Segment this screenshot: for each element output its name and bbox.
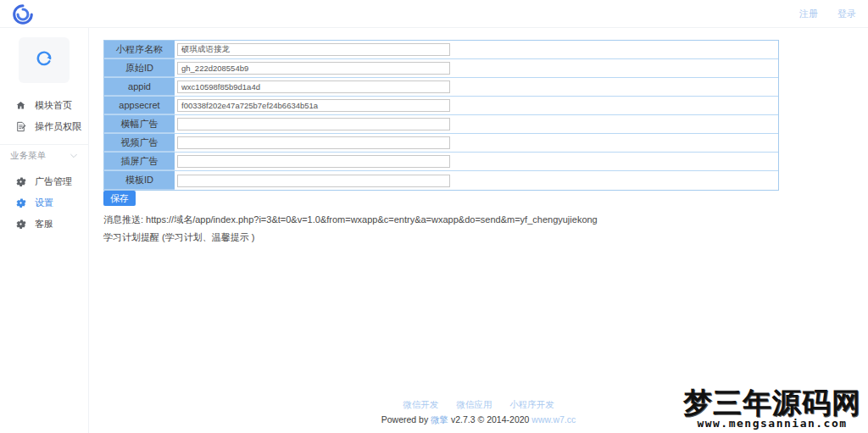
form-row-cell: [175, 115, 778, 133]
form-row-cell: [175, 153, 778, 170]
form-row-cell: [175, 78, 778, 96]
module-logo: [19, 37, 70, 83]
gear-icon: [15, 197, 26, 208]
form-row: 小程序名称: [104, 41, 778, 59]
form-row: 模板ID: [104, 171, 778, 190]
form-row: 插屏广告: [104, 153, 778, 171]
message-push-url: 消息推送: https://域名/app/index.php?i=3&t=0&v…: [103, 214, 598, 226]
form-row: 横幅广告: [104, 115, 778, 134]
watermark-title: 梦三年源码网: [683, 388, 861, 417]
top-right-links: 注册 登录: [782, 8, 856, 20]
form-input-0[interactable]: [177, 43, 450, 56]
form-row-label: 模板ID: [104, 171, 175, 190]
footer-link-wechat-app[interactable]: 微信应用: [456, 399, 492, 409]
sidebar-item-label: 广告管理: [35, 175, 72, 188]
register-link[interactable]: 注册: [799, 8, 818, 19]
form-input-6[interactable]: [177, 155, 450, 168]
refresh-icon: [34, 48, 54, 72]
form-row-cell: [175, 134, 778, 152]
sidebar-item-label: 模块首页: [35, 99, 72, 112]
sidebar-item-label: 操作员权限: [35, 120, 81, 133]
watermark: 梦三年源码网 www.mengsannian.com: [683, 388, 861, 430]
form-row-cell: [175, 97, 778, 114]
save-button[interactable]: 保存: [103, 191, 136, 206]
settings-form-table: 小程序名称原始IDappidappsecret横幅广告视频广告插屏广告模板ID: [103, 40, 779, 191]
form-row-label: appid: [104, 78, 175, 96]
form-row-label: appsecret: [104, 97, 175, 114]
top-bar: 注册 登录: [0, 0, 868, 28]
form-input-2[interactable]: [177, 80, 450, 93]
sidebar-item-label: 设置: [35, 197, 53, 209]
form-input-1[interactable]: [177, 62, 450, 75]
footer-link-wechat-dev[interactable]: 微信开发: [403, 399, 438, 409]
form-row-cell: [175, 59, 778, 77]
form-row-label: 插屏广告: [104, 153, 175, 170]
sidebar-menu: 模块首页操作员权限业务菜单广告管理设置客服: [0, 95, 88, 235]
form-row: appid: [104, 78, 778, 97]
form-row-cell: [175, 171, 778, 190]
sidebar-item-label: 客服: [35, 218, 53, 230]
sidebar-item-ad-management[interactable]: 广告管理: [0, 171, 88, 192]
form-input-7[interactable]: [177, 175, 450, 187]
form-row-cell: [175, 41, 778, 58]
watermark-url: www.mengsannian.com: [683, 417, 861, 430]
login-link[interactable]: 登录: [837, 8, 856, 19]
form-row-label: 原始ID: [104, 59, 175, 77]
form-row-label: 横幅广告: [104, 115, 175, 133]
section-label: 业务菜单: [10, 150, 46, 162]
form-input-5[interactable]: [177, 136, 450, 149]
form-input-4[interactable]: [177, 118, 450, 130]
home-icon: [15, 100, 26, 111]
form-input-3[interactable]: [177, 99, 450, 112]
sidebar-item-settings[interactable]: 设置: [0, 192, 88, 214]
document-icon: [15, 121, 26, 132]
form-row: 原始ID: [104, 59, 778, 78]
w7cc-link[interactable]: www.w7.cc: [531, 414, 576, 425]
version-text: v2.7.3 © 2014-2020: [451, 414, 529, 425]
weengine-brand-link[interactable]: 微擎: [431, 414, 448, 425]
sidebar-item-operator-permissions[interactable]: 操作员权限: [0, 116, 88, 137]
form-row: 视频广告: [104, 134, 778, 153]
powered-prefix: Powered by: [381, 414, 428, 425]
sidebar-section-business-menu[interactable]: 业务菜单: [0, 144, 88, 166]
sidebar: 模块首页操作员权限业务菜单广告管理设置客服: [0, 28, 89, 433]
sidebar-item-home[interactable]: 模块首页: [0, 95, 88, 116]
main-content: 小程序名称原始IDappidappsecret横幅广告视频广告插屏广告模板ID …: [89, 28, 868, 433]
gear-icon: [15, 176, 26, 187]
chevron-down-icon: [70, 152, 78, 160]
form-row-label: 视频广告: [104, 134, 175, 152]
form-row-label: 小程序名称: [104, 41, 175, 58]
sidebar-item-customer-service[interactable]: 客服: [0, 214, 88, 235]
study-plan-reminder: 学习计划提醒 (学习计划、温馨提示 ): [103, 231, 254, 244]
form-row: appsecret: [104, 97, 778, 115]
gear-icon: [15, 219, 26, 230]
footer-link-miniprogram-dev[interactable]: 小程序开发: [509, 399, 554, 409]
weengine-logo-icon: [12, 3, 34, 25]
